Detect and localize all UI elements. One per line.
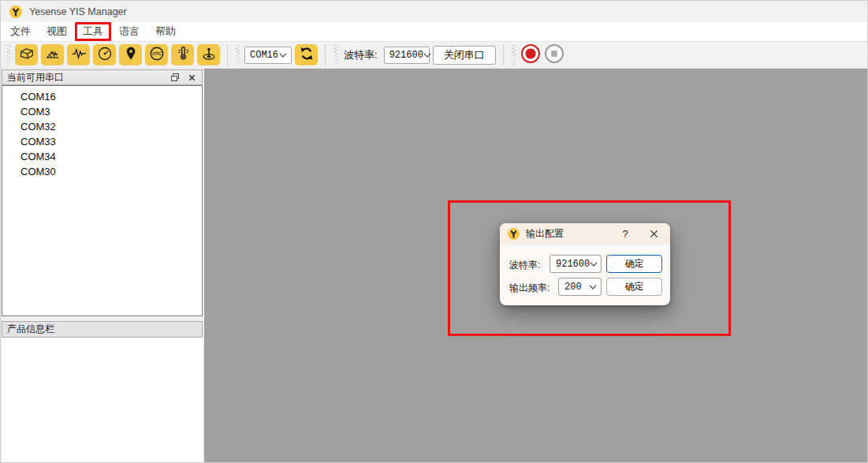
info-panel-content: 序列号: 4f 01 00 40 01 18 2b 01 软件版本号: YIS3…	[2, 338, 203, 463]
location-tool-button[interactable]	[119, 44, 142, 65]
com-port-value: COM16	[250, 50, 278, 61]
dialog-freq-ok-button[interactable]: 确定	[606, 278, 662, 296]
gauge-icon	[96, 45, 114, 65]
toolbar-separator	[503, 44, 504, 66]
dialog-baud-value: 921600	[556, 259, 590, 270]
dialog-app-logo-icon	[508, 228, 520, 240]
close-panel-icon[interactable]	[186, 72, 197, 83]
menu-tools[interactable]: 工具	[75, 22, 111, 41]
menubar: 文件 视图 工具 语言 帮助	[1, 22, 868, 42]
ports-list: COM16 COM3 COM32 COM33 COM34 COM30	[2, 85, 203, 316]
info-panel-title: 产品信息栏	[7, 323, 54, 336]
baud-rate-select[interactable]: 921600	[384, 47, 430, 64]
dialog-freq-value: 200	[564, 282, 582, 293]
toolbar-separator	[325, 44, 326, 66]
utc-clock-icon: UTC	[148, 45, 166, 65]
chevron-down-icon	[590, 262, 598, 267]
ports-panel-header: 当前可用串口	[2, 69, 203, 85]
waveform-tool-button[interactable]	[67, 44, 90, 65]
chevron-down-icon	[279, 53, 287, 58]
record-button[interactable]	[520, 45, 541, 65]
app-logo-icon	[9, 6, 22, 18]
dialog-freq-select[interactable]: 200	[558, 278, 602, 296]
dialog-freq-label: 输出频率:	[509, 282, 549, 295]
attitude-icon	[200, 45, 218, 65]
angle-wave-icon	[44, 45, 61, 65]
thermometer-icon	[174, 45, 192, 65]
stop-button[interactable]	[544, 45, 564, 65]
toolbar-grip[interactable]	[512, 45, 516, 65]
toolbar: UTC COM16 波特率: 921600 关闭串口	[1, 42, 868, 69]
port-list-item[interactable]: COM34	[2, 149, 202, 164]
float-panel-icon[interactable]	[170, 72, 181, 83]
cube-tool-button[interactable]	[15, 44, 38, 65]
refresh-icon	[298, 45, 315, 65]
menu-view[interactable]: 视图	[39, 22, 75, 41]
menu-help[interactable]: 帮助	[147, 22, 184, 41]
cube-icon	[18, 45, 35, 65]
port-list-item[interactable]: COM32	[2, 119, 202, 134]
port-list-item[interactable]: COM33	[2, 134, 202, 149]
attitude-tool-button[interactable]	[197, 44, 220, 65]
gauge-tool-button[interactable]	[93, 44, 116, 65]
dialog-title: 输出配置	[526, 227, 564, 241]
baud-rate-value: 921600	[389, 50, 423, 61]
close-port-button[interactable]: 关闭串口	[433, 46, 496, 65]
com-port-select[interactable]: COM16	[244, 47, 292, 64]
app-window: Yesense YIS Manager 文件 视图 工具 语言 帮助 UTC	[0, 0, 868, 463]
dialog-titlebar[interactable]: 输出配置 ?	[500, 223, 670, 245]
window-title: Yesense YIS Manager	[29, 6, 127, 17]
chevron-down-icon	[589, 285, 597, 289]
svg-text:UTC: UTC	[152, 51, 161, 56]
ports-panel-title: 当前可用串口	[7, 71, 64, 84]
menu-language[interactable]: 语言	[111, 22, 147, 41]
dialog-close-icon[interactable]	[643, 223, 664, 245]
port-list-item[interactable]: COM16	[2, 89, 202, 104]
stop-icon	[544, 43, 564, 66]
angle-wave-tool-button[interactable]	[41, 44, 64, 65]
toolbar-grip[interactable]	[7, 45, 10, 65]
info-panel-header: 产品信息栏	[2, 321, 203, 338]
dialog-help-button[interactable]: ?	[617, 223, 634, 245]
toolbar-grip[interactable]	[334, 45, 337, 65]
output-config-dialog: 输出配置 ? 波特率: 921600 确定 输出频率: 200 确定	[500, 223, 670, 305]
record-icon	[520, 43, 541, 66]
chevron-down-icon	[423, 53, 431, 58]
utc-clock-tool-button[interactable]: UTC	[145, 44, 168, 65]
waveform-icon	[70, 45, 88, 65]
dialog-baud-label: 波特率:	[509, 259, 540, 272]
refresh-ports-button[interactable]	[295, 44, 318, 65]
toolbar-separator	[227, 44, 228, 66]
titlebar: Yesense YIS Manager	[1, 1, 868, 22]
toolbar-grip[interactable]	[237, 45, 240, 65]
baud-rate-label: 波特率:	[344, 48, 378, 62]
location-pin-icon	[122, 45, 140, 65]
port-list-item[interactable]: COM3	[2, 104, 202, 119]
menu-file[interactable]: 文件	[2, 22, 39, 41]
thermometer-tool-button[interactable]	[171, 44, 194, 65]
port-list-item[interactable]: COM30	[2, 164, 202, 179]
dialog-baud-ok-button[interactable]: 确定	[606, 255, 662, 273]
dialog-baud-select[interactable]: 921600	[549, 255, 602, 273]
